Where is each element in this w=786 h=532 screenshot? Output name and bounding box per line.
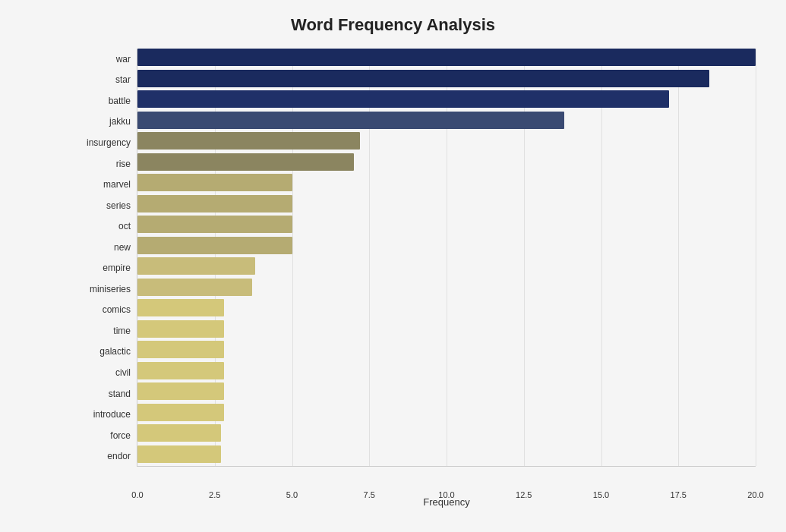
y-label-stand: stand — [109, 383, 131, 405]
y-label-empire: empire — [103, 257, 131, 279]
y-label-oct: oct — [118, 216, 131, 237]
bar-series — [137, 195, 292, 212]
chart-container: Word Frequency Analysis warstarbattlejak… — [0, 0, 786, 532]
bar-war — [137, 49, 756, 66]
bar-force — [137, 424, 221, 442]
bar-civil — [137, 362, 224, 379]
y-label-civil: civil — [115, 362, 131, 383]
y-label-comics: comics — [103, 300, 131, 321]
y-label-jakku: jakku — [109, 112, 131, 133]
y-label-battle: battle — [109, 90, 131, 112]
y-label-series: series — [106, 195, 131, 216]
y-label-endor: endor — [107, 445, 131, 467]
bar-oct — [137, 216, 292, 233]
chart-area: warstarbattlejakkuinsurgencyrisemarvelse… — [76, 49, 756, 467]
bar-time — [137, 320, 224, 338]
y-label-war: war — [116, 49, 131, 70]
y-label-time: time — [113, 320, 131, 342]
bar-row-stand — [137, 382, 756, 400]
bar-battle — [137, 90, 669, 108]
y-label-introduce: introduce — [93, 404, 131, 425]
bar-row-rise — [137, 153, 756, 171]
plot-area: 0.02.55.07.510.012.515.017.520.0 Frequen… — [137, 49, 756, 467]
y-label-force: force — [110, 425, 131, 446]
bar-miniseries — [137, 279, 252, 296]
bar-row-war — [137, 49, 756, 66]
bar-row-oct — [137, 216, 756, 233]
bar-row-civil — [137, 362, 756, 379]
bar-introduce — [137, 404, 224, 421]
bar-row-empire — [137, 257, 756, 275]
y-label-new: new — [114, 237, 131, 258]
y-label-insurgency: insurgency — [87, 132, 131, 153]
bar-jakku — [137, 112, 564, 129]
bar-insurgency — [137, 132, 360, 150]
bar-row-endor — [137, 445, 756, 463]
bar-endor — [137, 445, 221, 463]
bar-comics — [137, 299, 224, 316]
bar-row-battle — [137, 90, 756, 108]
bar-row-insurgency — [137, 132, 756, 150]
y-label-miniseries: miniseries — [90, 279, 131, 300]
bar-row-star — [137, 70, 756, 87]
bar-stand — [137, 382, 224, 400]
bar-row-comics — [137, 299, 756, 316]
bar-rise — [137, 153, 354, 171]
bar-row-force — [137, 424, 756, 442]
y-label-galactic: galactic — [99, 342, 131, 363]
y-label-rise: rise — [116, 153, 131, 175]
y-label-star: star — [115, 70, 131, 91]
bar-row-new — [137, 237, 756, 254]
bar-new — [137, 237, 292, 254]
bar-marvel — [137, 174, 292, 191]
bar-row-jakku — [137, 112, 756, 129]
y-axis: warstarbattlejakkuinsurgencyrisemarvelse… — [76, 49, 137, 467]
bar-row-introduce — [137, 404, 756, 421]
bar-row-series — [137, 195, 756, 212]
bar-empire — [137, 257, 255, 275]
bar-galactic — [137, 341, 224, 358]
bar-row-miniseries — [137, 279, 756, 296]
chart-title: Word Frequency Analysis — [30, 15, 756, 35]
bar-row-time — [137, 320, 756, 338]
grid-line — [756, 49, 756, 466]
bar-star — [137, 70, 709, 87]
y-label-marvel: marvel — [103, 174, 131, 195]
x-axis-title: Frequency — [137, 496, 756, 508]
bar-row-marvel — [137, 174, 756, 191]
bar-row-galactic — [137, 341, 756, 358]
